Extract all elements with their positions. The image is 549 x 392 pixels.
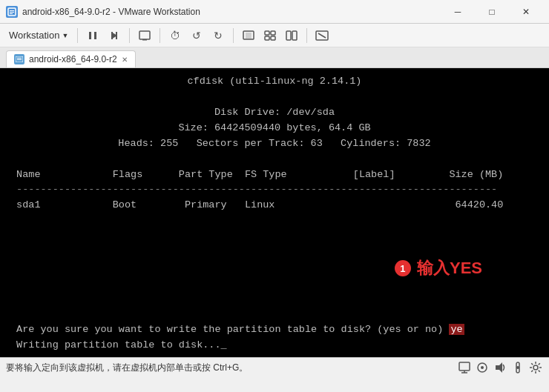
toolbar-group-3: ⏱ ↺ ↻ bbox=[165, 26, 229, 45]
toolbar-group-1 bbox=[82, 26, 125, 45]
devices-icon bbox=[475, 360, 490, 375]
pause-button[interactable] bbox=[82, 26, 103, 45]
zoom-button[interactable] bbox=[281, 26, 302, 45]
menu-separator-4 bbox=[233, 28, 234, 43]
terminal-line-5: Heads: 255 Sectors per Track: 63 Cylinde… bbox=[10, 136, 539, 152]
close-button[interactable]: ✕ bbox=[509, 0, 543, 24]
terminal-table-row-1: sda1 Boot Primary Linux 64420.40 bbox=[10, 198, 539, 213]
svg-point-32 bbox=[533, 365, 538, 370]
terminal-table-header: Name Flags Part Type FS Type [Label] Siz… bbox=[10, 167, 539, 183]
svg-rect-9 bbox=[139, 31, 150, 39]
svg-rect-24 bbox=[459, 362, 470, 371]
tab-vm-icon bbox=[14, 54, 24, 64]
terminal-writing-line: Writing partition table to disk..._ bbox=[10, 338, 539, 353]
audio-icon bbox=[493, 360, 507, 375]
workstation-menu[interactable]: Workstation ▼ bbox=[3, 27, 74, 44]
fit-button[interactable] bbox=[312, 26, 332, 45]
svg-point-31 bbox=[516, 366, 519, 369]
svg-rect-12 bbox=[246, 33, 252, 39]
svg-rect-23 bbox=[17, 59, 22, 60]
svg-rect-5 bbox=[94, 32, 96, 39]
svg-rect-3 bbox=[10, 13, 13, 14]
tab-bar: android-x86_64-9.0-r2 ✕ bbox=[0, 47, 549, 68]
play-button[interactable] bbox=[104, 26, 125, 45]
usb-icon bbox=[510, 360, 525, 375]
svg-point-28 bbox=[481, 366, 484, 369]
revert-button[interactable]: ↺ bbox=[186, 26, 207, 45]
menu-separator-3 bbox=[160, 28, 160, 43]
svg-rect-16 bbox=[271, 36, 275, 40]
settings-status-icon bbox=[528, 360, 543, 375]
window-controls: ─ □ ✕ bbox=[441, 0, 543, 24]
annotation-label: 输入YES bbox=[417, 257, 482, 279]
terminal-line-6 bbox=[10, 152, 539, 167]
status-icons bbox=[457, 360, 543, 375]
terminal-input-value: ye bbox=[449, 324, 464, 335]
vm-tab[interactable]: android-x86_64-9.0-r2 ✕ bbox=[6, 50, 136, 67]
window-title: android-x86_64-9.0-r2 - VMware Workstati… bbox=[22, 7, 441, 17]
svg-rect-10 bbox=[142, 39, 147, 41]
fullscreen-button[interactable] bbox=[238, 26, 259, 45]
svg-rect-13 bbox=[265, 31, 269, 35]
vm-button[interactable] bbox=[134, 26, 155, 45]
menu-bar: Workstation ▼ ⏱ ↺ ↻ bbox=[0, 24, 549, 47]
menu-separator-1 bbox=[77, 28, 78, 43]
tab-label: android-x86_64-9.0-r2 bbox=[29, 54, 117, 64]
svg-rect-4 bbox=[89, 32, 91, 39]
svg-rect-2 bbox=[10, 12, 14, 13]
app-icon bbox=[6, 6, 18, 18]
terminal-spacer-1 bbox=[10, 213, 539, 229]
svg-rect-7 bbox=[111, 32, 113, 39]
svg-marker-29 bbox=[496, 362, 502, 373]
maximize-button[interactable]: □ bbox=[475, 0, 509, 24]
terminal-spacer-7 bbox=[10, 307, 539, 322]
status-bar: 要将输入定向到该虚拟机，请在虚拟机内部单击或按 Ctrl+G。 bbox=[0, 357, 549, 377]
status-message: 要将输入定向到该虚拟机，请在虚拟机内部单击或按 Ctrl+G。 bbox=[6, 362, 453, 374]
menu-separator-5 bbox=[306, 28, 307, 43]
toolbar-group-4 bbox=[238, 26, 302, 45]
menu-separator-2 bbox=[129, 28, 130, 43]
toolbar-group-2 bbox=[134, 26, 155, 45]
svg-rect-8 bbox=[116, 32, 117, 39]
snapshot-button[interactable]: ⏱ bbox=[165, 26, 185, 45]
minimize-button[interactable]: ─ bbox=[441, 0, 475, 24]
toolbar-group-5 bbox=[312, 26, 332, 45]
chevron-down-icon: ▼ bbox=[62, 32, 68, 39]
unity-button[interactable] bbox=[260, 26, 280, 45]
svg-rect-14 bbox=[271, 31, 275, 35]
terminal-line-4: Size: 64424509440 bytes, 64.4 GB bbox=[10, 121, 539, 136]
annotation-container: 1 输入YES bbox=[395, 257, 482, 279]
vm-terminal[interactable]: cfdisk (util-linux-ng 2.14.1) Disk Drive… bbox=[0, 68, 549, 357]
network-icon bbox=[457, 360, 472, 375]
terminal-line-3: Disk Drive: /dev/sda bbox=[10, 105, 539, 121]
terminal-prompt-line: Are you sure you want to write the parti… bbox=[10, 322, 539, 338]
title-bar: android-x86_64-9.0-r2 - VMware Workstati… bbox=[0, 0, 549, 24]
terminal-output: cfdisk (util-linux-ng 2.14.1) Disk Drive… bbox=[0, 68, 549, 357]
svg-rect-15 bbox=[265, 36, 269, 40]
terminal-spacer-6 bbox=[10, 291, 539, 307]
annotation-number: 1 bbox=[395, 260, 411, 276]
terminal-table-divider: ----------------------------------------… bbox=[10, 182, 539, 198]
terminal-spacer-2 bbox=[10, 229, 539, 245]
terminal-line-2 bbox=[10, 90, 539, 105]
svg-line-20 bbox=[318, 33, 326, 38]
terminal-line-1: cfdisk (util-linux-ng 2.14.1) bbox=[10, 74, 539, 90]
svg-rect-17 bbox=[286, 31, 291, 40]
svg-rect-22 bbox=[17, 58, 22, 59]
svg-rect-1 bbox=[10, 10, 14, 11]
tab-close-button[interactable]: ✕ bbox=[122, 56, 128, 64]
svg-rect-18 bbox=[292, 31, 297, 40]
settings-button[interactable]: ↻ bbox=[208, 26, 229, 45]
